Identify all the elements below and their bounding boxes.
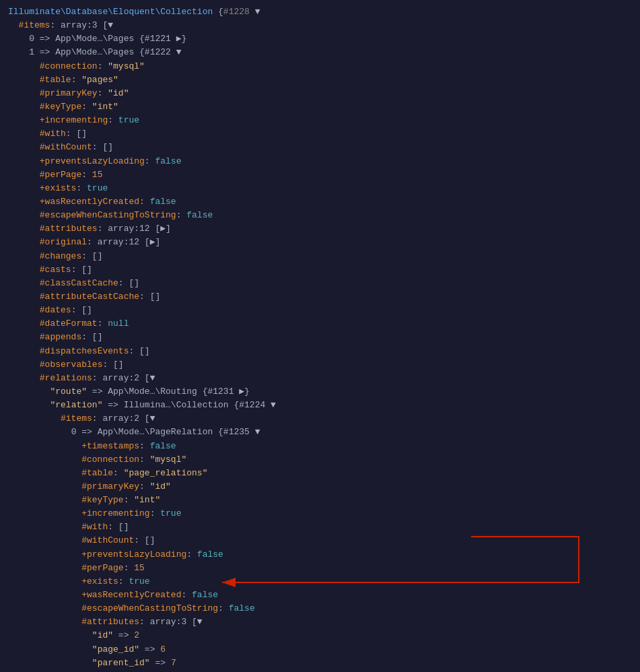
line: #connection: "mysql" bbox=[8, 453, 632, 467]
line: #withCount: [] bbox=[8, 534, 632, 547]
line: #table: "page_relations" bbox=[8, 467, 632, 480]
line: #escapeWhenCastingToString: false bbox=[8, 602, 632, 615]
code-output: Illuminate\Database\Eloquent\Collection … bbox=[0, 0, 640, 672]
line: #perPage: 15 bbox=[8, 562, 632, 575]
line: +incrementing: true bbox=[8, 507, 632, 520]
line: +preventsLazyLoading: false bbox=[8, 155, 632, 168]
line: #attributes: array:3 [▼ bbox=[8, 615, 632, 629]
line: #items: array:3 [▼ bbox=[8, 19, 632, 32]
line: #casts: [] bbox=[8, 263, 632, 277]
line: #primaryKey: "id" bbox=[8, 480, 632, 494]
line: +preventsLazyLoading: false bbox=[8, 548, 632, 562]
line: #observables: [] bbox=[8, 358, 632, 372]
line: Illuminate\Database\Eloquent\Collection … bbox=[8, 5, 632, 19]
line: #with: [] bbox=[8, 520, 632, 534]
line: +wasRecentlyCreated: false bbox=[8, 195, 632, 209]
code-viewer: Illuminate\Database\Eloquent\Collection … bbox=[0, 0, 640, 672]
line: +exists: true bbox=[8, 182, 632, 195]
line: #primaryKey: "id" bbox=[8, 87, 632, 100]
line: #connection: "mysql" bbox=[8, 60, 632, 73]
line: #attributeCastCache: [] bbox=[8, 290, 632, 304]
line: "id" => 2 bbox=[8, 629, 632, 642]
line: +wasRecentlyCreated: false bbox=[8, 589, 632, 602]
line: #keyType: "int" bbox=[8, 100, 632, 114]
line: #withCount: [] bbox=[8, 141, 632, 154]
line: 1 => App\Mode…\Pages {#1222 ▼ bbox=[8, 46, 632, 59]
line: #appends: [] bbox=[8, 331, 632, 344]
line: #with: [] bbox=[8, 127, 632, 141]
line: #table: "pages" bbox=[8, 73, 632, 87]
line: +exists: true bbox=[8, 575, 632, 589]
line: #original: array:12 [▶] bbox=[8, 236, 632, 249]
line: #attributes: array:12 [▶] bbox=[8, 222, 632, 236]
line: 0 => App\Mode…\Pages {#1221 ▶} bbox=[8, 32, 632, 46]
line: #perPage: 15 bbox=[8, 168, 632, 182]
line: #changes: [] bbox=[8, 250, 632, 263]
line: #keyType: "int" bbox=[8, 494, 632, 507]
line: "route" => App\Mode…\Routing {#1231 ▶} bbox=[8, 385, 632, 399]
line: #classCastCache: [] bbox=[8, 277, 632, 290]
line: 0 => App\Mode…\PageRelation {#1235 ▼ bbox=[8, 426, 632, 439]
line: +timestamps: false bbox=[8, 440, 632, 453]
line: #relations: array:2 [▼ bbox=[8, 372, 632, 385]
line: #dispatchesEvents: [] bbox=[8, 345, 632, 358]
line: "page_id" => 6 bbox=[8, 643, 632, 657]
line: #escapeWhenCastingToString: false bbox=[8, 209, 632, 222]
line: "relation" => Illumina…\Collection {#122… bbox=[8, 399, 632, 412]
line: +incrementing: true bbox=[8, 114, 632, 127]
line: #dateFormat: null bbox=[8, 317, 632, 331]
line: #dates: [] bbox=[8, 304, 632, 317]
line: #items: array:2 [▼ bbox=[8, 412, 632, 426]
line: "parent_id" => 7 bbox=[8, 657, 632, 670]
